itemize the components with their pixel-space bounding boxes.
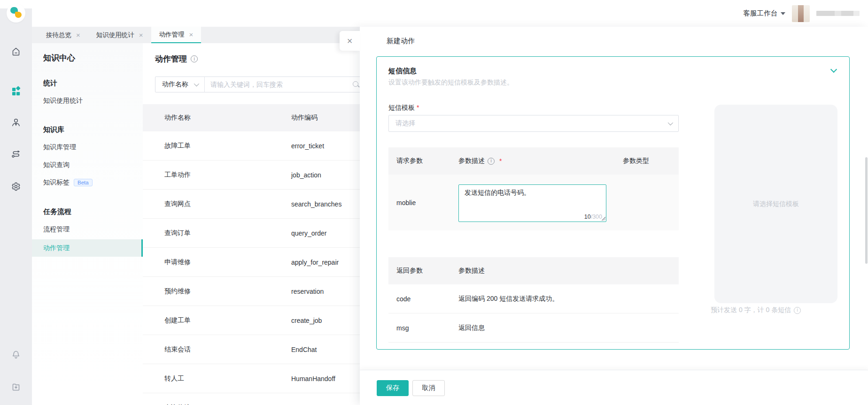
sms-info-section: 短信信息 设置该动作要触发的短信模板及参数描述。 短信模板* 请选择 请求参数 … — [376, 56, 850, 350]
tab-reception-overview[interactable]: 接待总览 × — [38, 27, 88, 43]
sms-template-label: 短信模板* — [388, 104, 419, 112]
nav-section-task-flow: 任务流程 — [43, 207, 71, 216]
sms-estimate: 预计发送 0 字，计 0 条短信 i — [711, 306, 801, 314]
drawer-close-button[interactable]: × — [340, 31, 360, 51]
sms-section-subtitle: 设置该动作要触发的短信模板及参数描述。 — [388, 78, 513, 87]
settings-gear-icon[interactable] — [10, 181, 22, 192]
info-icon[interactable]: i — [794, 307, 801, 314]
param-description-field: 发送短信的电话号码。 10/300 — [458, 184, 606, 222]
filter-field-select[interactable]: 动作名称 — [155, 77, 205, 92]
workflow-icon[interactable] — [10, 148, 22, 160]
workspace-label: 客服工作台 — [744, 9, 778, 18]
close-icon: × — [347, 36, 353, 46]
download-tray-icon[interactable] — [10, 381, 22, 392]
tab-close-icon[interactable]: × — [139, 31, 143, 38]
tab-knowledge-usage-stats[interactable]: 知识使用统计 × — [88, 27, 151, 43]
info-icon[interactable]: i — [191, 55, 198, 62]
avatar[interactable] — [792, 5, 810, 22]
search-icon[interactable] — [352, 81, 360, 88]
home-icon[interactable] — [10, 46, 22, 57]
request-param-row: moblie 发送短信的电话号码。 10/300 String — [388, 175, 679, 230]
sms-template-preview: 请选择短信模板 — [714, 105, 837, 303]
drawer-footer: 保存 取消 — [360, 370, 868, 405]
param-type: String — [224, 199, 458, 206]
nav-item-knowledge-query[interactable]: 知识查询 — [43, 161, 70, 169]
request-table-header: 请求参数 参数描述 i * 参数类型 — [388, 147, 679, 175]
workspace-switcher[interactable]: 客服工作台 — [744, 9, 786, 18]
knowledge-center-nav: 知识中心 统计 知识使用统计 知识库 知识库管理 知识查询 知识标签 Beta … — [32, 43, 143, 405]
chevron-down-icon — [194, 81, 199, 86]
new-action-drawer: × 新建动作 短信信息 设置该动作要触发的短信模板及参数描述。 短信模板* 请选… — [360, 27, 868, 405]
tab-action-management[interactable]: 动作管理 × — [151, 27, 202, 43]
tab-close-icon[interactable]: × — [76, 31, 80, 38]
sms-section-title: 短信信息 — [388, 67, 417, 76]
tab-close-icon[interactable]: × — [189, 31, 194, 38]
required-asterisk: * — [499, 157, 502, 165]
top-bar: 客服工作台 — [0, 0, 868, 27]
nav-item-flow-management[interactable]: 流程管理 — [43, 225, 70, 234]
cancel-button[interactable]: 取消 — [412, 380, 445, 396]
nav-section-knowledge-base: 知识库 — [43, 125, 64, 134]
nav-title: 知识中心 — [43, 53, 75, 63]
search-filter-bar: 动作名称 — [155, 76, 366, 92]
drawer-scrollbar[interactable] — [865, 157, 868, 264]
info-icon[interactable]: i — [488, 158, 495, 165]
char-counter: 10/300 — [582, 214, 602, 220]
keyword-search-input[interactable] — [205, 81, 352, 88]
return-params-table: 返回参数 参数描述 code 返回编码 200 短信发送请求成功。 msg 返回… — [388, 257, 679, 343]
resize-grip-icon[interactable] — [602, 217, 605, 221]
panel-title: 动作管理 i — [155, 53, 198, 64]
agent-icon[interactable] — [10, 117, 22, 128]
column-action-code: 动作编码 — [291, 114, 318, 122]
brand-logo — [7, 4, 25, 23]
open-tabs-bar: 接待总览 × 知识使用统计 × 动作管理 × — [32, 27, 360, 43]
beta-badge: Beta — [74, 179, 93, 186]
drawer-title: 新建动作 — [387, 37, 415, 46]
column-action-name: 动作名称 — [164, 114, 291, 122]
nav-item-knowledge-usage-stats[interactable]: 知识使用统计 — [43, 97, 83, 105]
sms-template-select[interactable]: 请选择 — [388, 115, 679, 132]
nav-section-stats: 统计 — [43, 79, 57, 88]
request-params-table: 请求参数 参数描述 i * 参数类型 moblie 发送短信的电话号码。 10/… — [388, 147, 679, 230]
icon-rail — [0, 8, 32, 405]
return-param-row: code 返回编码 200 短信发送请求成功。 — [388, 284, 679, 313]
chevron-down-icon — [668, 120, 673, 125]
nav-item-knowledge-tags[interactable]: 知识标签 Beta — [43, 178, 93, 187]
return-param-row: msg 返回信息 — [388, 313, 679, 343]
required-asterisk: * — [417, 104, 419, 111]
caret-down-icon — [781, 12, 785, 15]
save-button[interactable]: 保存 — [377, 380, 409, 396]
nav-item-kb-management[interactable]: 知识库管理 — [43, 143, 76, 152]
nav-item-action-management[interactable]: 动作管理 — [32, 239, 143, 257]
notification-bell-icon[interactable] — [10, 349, 22, 360]
return-table-header: 返回参数 参数描述 — [388, 257, 679, 284]
apps-grid-icon[interactable] — [10, 86, 22, 97]
user-name-redacted — [816, 11, 860, 16]
collapse-chevron-icon[interactable] — [830, 66, 837, 73]
